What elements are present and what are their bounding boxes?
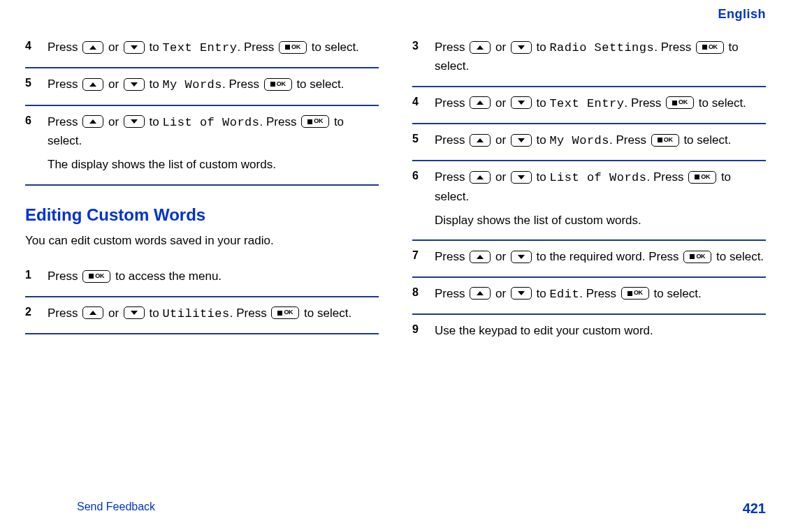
- step-number: 1: [25, 267, 38, 286]
- step-body: Press or to Text Entry. Press OK to sele…: [48, 38, 379, 57]
- step-text: . Press: [647, 170, 688, 184]
- step-number: 2: [25, 304, 38, 323]
- send-feedback-link[interactable]: Send Feedback: [77, 501, 155, 517]
- step-body: Press or to Radio Settings. Press OK to …: [435, 38, 766, 76]
- ok-button-icon: OK: [666, 96, 694, 109]
- step-number: 9: [412, 322, 425, 340]
- menu-option: My Words: [549, 134, 609, 147]
- down-arrow-icon: [511, 41, 532, 54]
- step-number: 5: [412, 131, 425, 150]
- ok-button-icon: OK: [683, 251, 711, 263]
- step-text: Press: [435, 287, 468, 300]
- step-body: Press or to My Words. Press OK to select…: [435, 131, 766, 150]
- step-number: 5: [25, 75, 38, 94]
- up-arrow-icon: [82, 115, 103, 128]
- menu-option: Utilities: [162, 307, 229, 320]
- menu-option: Radio Settings: [549, 41, 654, 54]
- step-text: . Press: [654, 40, 695, 54]
- step-extra-text: Display shows the list of custom words.: [435, 212, 766, 230]
- menu-option: List of Words: [162, 116, 259, 129]
- step-text: to select.: [312, 40, 359, 54]
- down-arrow-icon: [511, 96, 532, 109]
- step-row: 5 Press or to My Words. Press OK to sele…: [25, 68, 379, 105]
- ok-button-icon: OK: [621, 287, 649, 300]
- step-row: 6 Press or to List of Words. Press OK to…: [412, 161, 766, 241]
- step-text: to select.: [716, 250, 764, 263]
- step-number: 6: [412, 168, 425, 230]
- up-arrow-icon: [82, 306, 103, 319]
- step-body: Press or to My Words. Press OK to select…: [48, 75, 379, 94]
- step-text: to: [537, 133, 550, 147]
- step-text: to: [150, 306, 163, 320]
- step-text: . Press: [609, 133, 650, 147]
- step-text: or: [495, 287, 509, 300]
- up-arrow-icon: [82, 41, 103, 54]
- step-row: 9 Use the keypad to edit your custom wor…: [412, 315, 766, 350]
- down-arrow-icon: [124, 115, 145, 128]
- step-text: to select.: [654, 287, 702, 300]
- step-text: to access the menu.: [115, 269, 222, 283]
- step-text: or: [495, 250, 509, 263]
- step-row: 5 Press or to My Words. Press OK to sele…: [412, 124, 766, 161]
- step-text: Press: [435, 40, 468, 54]
- ok-button-icon: OK: [651, 134, 679, 147]
- step-text: Press: [48, 40, 81, 54]
- up-arrow-icon: [470, 96, 491, 109]
- up-arrow-icon: [470, 287, 491, 300]
- step-text: to select.: [683, 133, 731, 147]
- page-footer: Send Feedback 421: [0, 501, 791, 517]
- step-text: Use the keypad to edit your custom word.: [435, 322, 766, 340]
- ok-button-icon: OK: [264, 78, 292, 91]
- step-row: 7 Press or to the required word. Press O…: [412, 241, 766, 277]
- step-text: Press: [435, 170, 468, 184]
- step-text: to: [150, 40, 163, 54]
- step-number: 3: [412, 38, 425, 76]
- step-text: to: [537, 287, 550, 300]
- ok-button-icon: OK: [279, 41, 307, 54]
- step-text: Press: [48, 115, 81, 128]
- step-number: 4: [25, 38, 38, 57]
- down-arrow-icon: [124, 306, 145, 319]
- down-arrow-icon: [511, 287, 532, 300]
- step-text: to select.: [304, 306, 351, 320]
- up-arrow-icon: [82, 78, 103, 91]
- page-number: 421: [743, 501, 766, 517]
- step-text: Press: [435, 96, 468, 110]
- step-text: or: [108, 306, 122, 320]
- step-text: Press: [48, 77, 81, 91]
- step-number: 6: [25, 113, 38, 175]
- step-text: or: [495, 133, 509, 147]
- step-text: . Press: [624, 96, 665, 110]
- down-arrow-icon: [511, 171, 532, 184]
- ok-button-icon: OK: [696, 41, 724, 54]
- step-text: . Press: [579, 287, 620, 300]
- menu-option: Edit: [549, 288, 579, 301]
- step-text: Press: [48, 269, 81, 283]
- up-arrow-icon: [470, 41, 491, 54]
- step-text: or: [495, 170, 509, 184]
- ok-button-icon: OK: [82, 270, 110, 283]
- step-body: Press OK to access the menu.: [48, 267, 379, 286]
- step-text: Press: [48, 306, 81, 320]
- left-column: 4 Press or to Text Entry. Press OK to se…: [25, 31, 379, 478]
- step-text: to the required word. Press: [537, 250, 683, 263]
- menu-option: Text Entry: [162, 41, 237, 54]
- step-text: or: [495, 96, 509, 110]
- step-row: 4 Press or to Text Entry. Press OK to se…: [412, 87, 766, 124]
- step-text: to: [537, 170, 550, 184]
- step-row: 8 Press or to Edit. Press OK to select.: [412, 278, 766, 315]
- down-arrow-icon: [511, 134, 532, 147]
- step-text: or: [108, 40, 122, 54]
- up-arrow-icon: [470, 171, 491, 184]
- manual-page: English 4 Press or to Text Entry. Press …: [0, 0, 791, 532]
- step-number: 7: [412, 248, 425, 266]
- step-row: 1 Press OK to access the menu.: [25, 260, 379, 297]
- down-arrow-icon: [124, 78, 145, 91]
- step-text: to: [150, 115, 163, 128]
- right-column: 3 Press or to Radio Settings. Press OK t…: [412, 31, 766, 478]
- step-body: Press or to Utilities. Press OK to selec…: [48, 304, 379, 323]
- step-text: . Press: [260, 115, 300, 128]
- step-row: 6 Press or to List of Words. Press OK to…: [25, 106, 379, 186]
- step-body: Use the keypad to edit your custom word.: [435, 322, 766, 340]
- step-body: Press or to List of Words. Press OK to s…: [435, 168, 766, 230]
